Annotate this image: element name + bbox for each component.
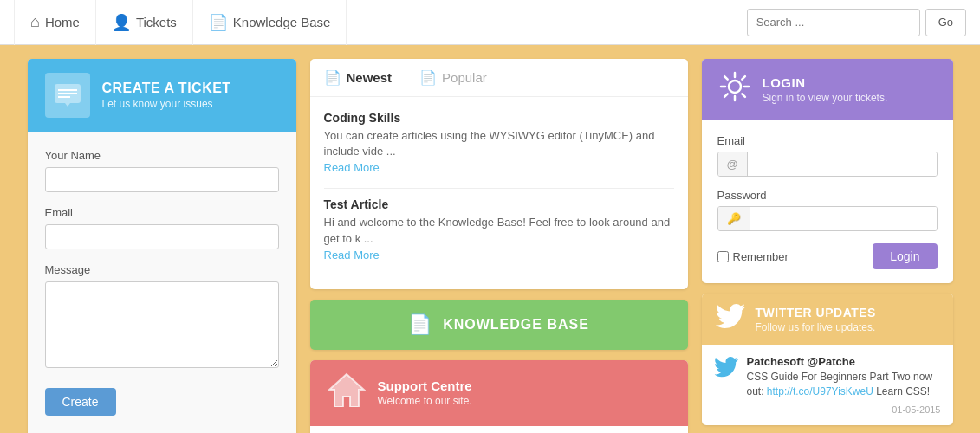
popular-tab-icon: 📄 bbox=[419, 69, 437, 86]
ticket-header: CREATE A TICKET Let us know your issues bbox=[28, 59, 296, 132]
article-2-title: Test Article bbox=[324, 197, 674, 211]
name-input[interactable] bbox=[45, 167, 279, 192]
login-email-input[interactable] bbox=[748, 152, 937, 176]
kb-bar-label: KNOWLEDGE BASE bbox=[443, 317, 589, 333]
email-at-icon: @ bbox=[718, 152, 748, 176]
login-password-input[interactable] bbox=[750, 207, 937, 230]
login-password-label: Password bbox=[717, 189, 938, 202]
support-subtitle: Welcome to our site. bbox=[378, 395, 472, 407]
articles-content: Coding Skills You can create articles us… bbox=[310, 97, 688, 289]
login-box: LOGIN Sign in to view your tickets. Emai… bbox=[702, 59, 953, 283]
login-email-input-wrapper: @ bbox=[717, 152, 938, 177]
svg-point-6 bbox=[729, 81, 741, 93]
login-password-group: Password 🔑 bbox=[717, 189, 938, 231]
article-divider bbox=[324, 188, 674, 189]
tab-newest[interactable]: 📄 Newest bbox=[324, 59, 406, 96]
support-title: Support Centre bbox=[378, 378, 472, 393]
login-button[interactable]: Login bbox=[873, 243, 937, 269]
search-input[interactable] bbox=[747, 9, 920, 36]
remember-label[interactable]: Remember bbox=[717, 250, 789, 263]
twitter-header: TWITTER UPDATES Follow us for live updat… bbox=[702, 294, 953, 345]
message-label: Message bbox=[45, 263, 279, 276]
nav-tickets[interactable]: 👤 Tickets bbox=[96, 0, 193, 45]
right-panel: LOGIN Sign in to view your tickets. Emai… bbox=[702, 59, 953, 433]
tweet-link[interactable]: http://t.co/U97YisKweU bbox=[767, 385, 873, 397]
tab-popular-label: Popular bbox=[442, 70, 487, 85]
support-box: Support Centre Welcome to our site. Welc… bbox=[310, 360, 688, 433]
newest-tab-icon: 📄 bbox=[324, 69, 341, 86]
login-title: LOGIN bbox=[763, 75, 888, 90]
article-2-body: Hi and welcome to the Knowledge Base! Fe… bbox=[324, 215, 674, 246]
ticket-form: Your Name Email Message Create bbox=[28, 132, 296, 433]
login-header-text: LOGIN Sign in to view your tickets. bbox=[763, 75, 888, 104]
remember-text: Remember bbox=[733, 250, 789, 263]
message-textarea[interactable] bbox=[45, 281, 279, 368]
nav-items: ⌂ Home 👤 Tickets 📄 Knowledge Base bbox=[14, 0, 747, 45]
tweet-date: 01-05-2015 bbox=[747, 404, 941, 415]
tab-popular[interactable]: 📄 Popular bbox=[419, 59, 501, 96]
login-form: Email @ Password 🔑 Reme bbox=[702, 120, 953, 283]
person-icon: 👤 bbox=[112, 13, 131, 32]
svg-marker-5 bbox=[329, 374, 364, 407]
go-button[interactable]: Go bbox=[925, 9, 966, 36]
login-email-label: Email bbox=[717, 134, 938, 147]
articles-box: 📄 Newest 📄 Popular Coding Skills You can… bbox=[310, 59, 688, 289]
lock-icon: 🔑 bbox=[718, 207, 750, 230]
middle-panel: 📄 Newest 📄 Popular Coding Skills You can… bbox=[310, 59, 688, 433]
ticket-header-text: CREATE A TICKET Let us know your issues bbox=[102, 81, 231, 110]
email-input[interactable] bbox=[45, 224, 279, 249]
main-content: CREATE A TICKET Let us know your issues … bbox=[14, 45, 967, 433]
ticket-subtitle: Let us know your issues bbox=[102, 98, 231, 110]
login-header: LOGIN Sign in to view your tickets. bbox=[702, 59, 953, 120]
nav-kb-label: Knowledge Base bbox=[233, 15, 331, 29]
support-house-icon bbox=[328, 372, 366, 414]
article-1-read-more[interactable]: Read More bbox=[324, 161, 674, 174]
nav-kb[interactable]: 📄 Knowledge Base bbox=[193, 0, 347, 45]
twitter-icon bbox=[716, 304, 745, 334]
name-label: Your Name bbox=[45, 149, 279, 162]
tweet-avatar-icon bbox=[714, 357, 738, 415]
search-area: Go bbox=[747, 9, 966, 36]
login-password-input-wrapper: 🔑 bbox=[717, 206, 938, 231]
login-subtitle: Sign in to view your tickets. bbox=[763, 92, 888, 104]
article-1-title: Coding Skills bbox=[324, 111, 674, 125]
twitter-header-text: TWITTER UPDATES Follow us for live updat… bbox=[756, 306, 876, 333]
ticket-title: CREATE A TICKET bbox=[102, 81, 231, 96]
document-icon: 📄 bbox=[209, 13, 228, 32]
message-group: Message bbox=[45, 263, 279, 371]
remember-checkbox[interactable] bbox=[717, 251, 729, 262]
navbar: ⌂ Home 👤 Tickets 📄 Knowledge Base Go bbox=[0, 0, 980, 45]
articles-tabs: 📄 Newest 📄 Popular bbox=[310, 59, 688, 97]
twitter-box: TWITTER UPDATES Follow us for live updat… bbox=[702, 294, 953, 425]
article-2-read-more[interactable]: Read More bbox=[324, 249, 674, 262]
kb-bar[interactable]: 📄 KNOWLEDGE BASE bbox=[310, 300, 688, 350]
twitter-title: TWITTER UPDATES bbox=[756, 306, 876, 320]
kb-bar-icon: 📄 bbox=[408, 313, 432, 336]
tab-newest-label: Newest bbox=[347, 70, 393, 85]
nav-home-label: Home bbox=[45, 15, 80, 29]
name-group: Your Name bbox=[45, 149, 279, 192]
login-options: Remember Login bbox=[717, 243, 938, 269]
twitter-body: Patchesoft @Patche CSS Guide For Beginne… bbox=[702, 345, 953, 425]
article-item-1: Coding Skills You can create articles us… bbox=[324, 111, 674, 174]
tweet-text: CSS Guide For Beginners Part Two now out… bbox=[747, 370, 941, 399]
login-email-group: Email @ bbox=[717, 134, 938, 177]
tweet-content: Patchesoft @Patche CSS Guide For Beginne… bbox=[747, 355, 941, 415]
twitter-subtitle: Follow us for live updates. bbox=[756, 321, 876, 333]
tweet-user: Patchesoft @Patche bbox=[747, 355, 941, 368]
support-body: Welcome to the Support Centre. bbox=[310, 426, 688, 433]
email-label: Email bbox=[45, 206, 279, 219]
ticket-panel: CREATE A TICKET Let us know your issues … bbox=[28, 59, 296, 433]
svg-marker-4 bbox=[65, 103, 70, 107]
article-item-2: Test Article Hi and welcome to the Knowl… bbox=[324, 197, 674, 261]
ticket-header-icon bbox=[45, 73, 90, 118]
nav-home[interactable]: ⌂ Home bbox=[14, 0, 96, 45]
support-header-text: Support Centre Welcome to our site. bbox=[378, 378, 472, 407]
support-header: Support Centre Welcome to our site. bbox=[310, 360, 688, 426]
email-group: Email bbox=[45, 206, 279, 249]
tweet-text-after: Learn CSS! bbox=[873, 385, 930, 397]
home-icon: ⌂ bbox=[30, 13, 40, 31]
create-button[interactable]: Create bbox=[45, 388, 116, 416]
gear-icon bbox=[719, 71, 750, 108]
nav-tickets-label: Tickets bbox=[136, 15, 177, 29]
